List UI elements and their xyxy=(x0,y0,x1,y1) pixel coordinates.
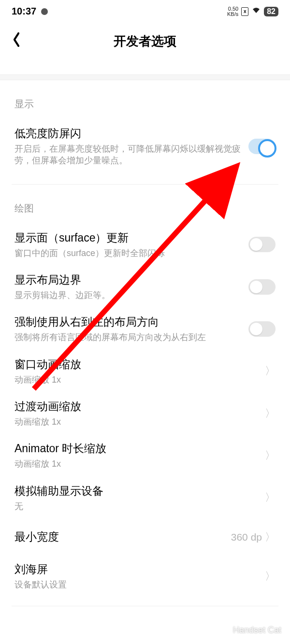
sim-icon: x xyxy=(241,7,248,16)
item-desc: 动画缩放 1x xyxy=(14,416,259,428)
item-title: 过渡动画缩放 xyxy=(14,399,259,414)
chevron-right-icon: 〉 xyxy=(265,569,276,584)
page-title: 开发者选项 xyxy=(114,33,176,50)
chevron-right-icon: 〉 xyxy=(265,364,276,378)
section-header-display: 显示 xyxy=(0,80,290,119)
item-surface-updates[interactable]: 显示面（surface）更新 窗口中的面（surface）更新时全部闪烁 xyxy=(0,224,290,266)
item-layout-bounds[interactable]: 显示布局边界 显示剪辑边界、边距等。 xyxy=(0,266,290,308)
status-left: 10:37 xyxy=(12,6,48,17)
item-desc: 动画缩放 1x xyxy=(14,458,259,470)
item-value: 360 dp xyxy=(231,531,262,543)
chevron-right-icon: 〉 xyxy=(265,406,276,421)
toggle-rtl-layout[interactable] xyxy=(248,321,276,337)
cat-icon xyxy=(215,624,229,636)
watermark-text: Handset Cat xyxy=(233,625,281,635)
toggle-surface-updates[interactable] xyxy=(248,237,276,252)
item-animator-duration-scale[interactable]: Animator 时长缩放 动画缩放 1x 〉 xyxy=(0,434,290,476)
battery-indicator: 82 xyxy=(264,7,278,16)
item-title: 模拟辅助显示设备 xyxy=(14,484,259,499)
item-desc: 设备默认设置 xyxy=(14,579,259,590)
item-desc: 强制将所有语言区域的屏幕布局方向改为从右到左 xyxy=(14,331,243,343)
item-desc: 动画缩放 1x xyxy=(14,374,259,386)
item-desc: 开启后，在屏幕亮度较低时，可降低屏幕闪烁以缓解视觉疲劳，但屏幕会增加少量噪点。 xyxy=(14,143,243,167)
toggle-layout-bounds[interactable] xyxy=(248,279,276,295)
item-title: 窗口动画缩放 xyxy=(14,357,259,372)
watermark: Handset Cat xyxy=(215,624,281,636)
item-simulate-secondary-display[interactable]: 模拟辅助显示设备 无 〉 xyxy=(0,477,290,519)
wifi-icon xyxy=(251,6,261,16)
item-window-anim-scale[interactable]: 窗口动画缩放 动画缩放 1x 〉 xyxy=(0,350,290,392)
chevron-right-icon: 〉 xyxy=(265,490,276,505)
browser-icon xyxy=(41,8,48,15)
item-title: 最小宽度 xyxy=(14,530,225,544)
back-button[interactable] xyxy=(13,32,20,50)
item-desc: 窗口中的面（surface）更新时全部闪烁 xyxy=(14,247,243,259)
item-title: 强制使用从右到左的布局方向 xyxy=(14,315,243,329)
status-bar: 10:37 0.50 KB/s x 82 xyxy=(0,0,290,20)
item-min-width[interactable]: 最小宽度 360 dp 〉 xyxy=(0,519,290,555)
item-desc: 无 xyxy=(14,501,259,512)
item-title: 显示布局边界 xyxy=(14,272,243,287)
item-notch-screen[interactable]: 刘海屏 设备默认设置 〉 xyxy=(0,555,290,597)
page-header: 开发者选项 xyxy=(0,20,290,65)
item-rtl-layout[interactable]: 强制使用从右到左的布局方向 强制将所有语言区域的屏幕布局方向改为从右到左 xyxy=(0,308,290,350)
item-title: Animator 时长缩放 xyxy=(14,441,259,456)
item-desc: 显示剪辑边界、边距等。 xyxy=(14,289,243,301)
status-time: 10:37 xyxy=(12,6,36,17)
status-right: 0.50 KB/s x 82 xyxy=(227,6,278,17)
toggle-low-brightness[interactable] xyxy=(248,139,276,154)
item-transition-anim-scale[interactable]: 过渡动画缩放 动画缩放 1x 〉 xyxy=(0,392,290,434)
item-title: 低亮度防屏闪 xyxy=(14,126,243,141)
network-speed: 0.50 KB/s xyxy=(227,6,238,17)
item-title: 显示面（surface）更新 xyxy=(14,230,243,245)
chevron-right-icon: 〉 xyxy=(265,448,276,463)
divider xyxy=(12,606,278,606)
chevron-right-icon: 〉 xyxy=(265,530,276,544)
item-low-brightness-flicker[interactable]: 低亮度防屏闪 开启后，在屏幕亮度较低时，可降低屏幕闪烁以缓解视觉疲劳，但屏幕会增… xyxy=(0,119,290,173)
item-title: 刘海屏 xyxy=(14,562,259,577)
section-header-drawing: 绘图 xyxy=(0,185,290,224)
section-divider xyxy=(0,74,290,80)
